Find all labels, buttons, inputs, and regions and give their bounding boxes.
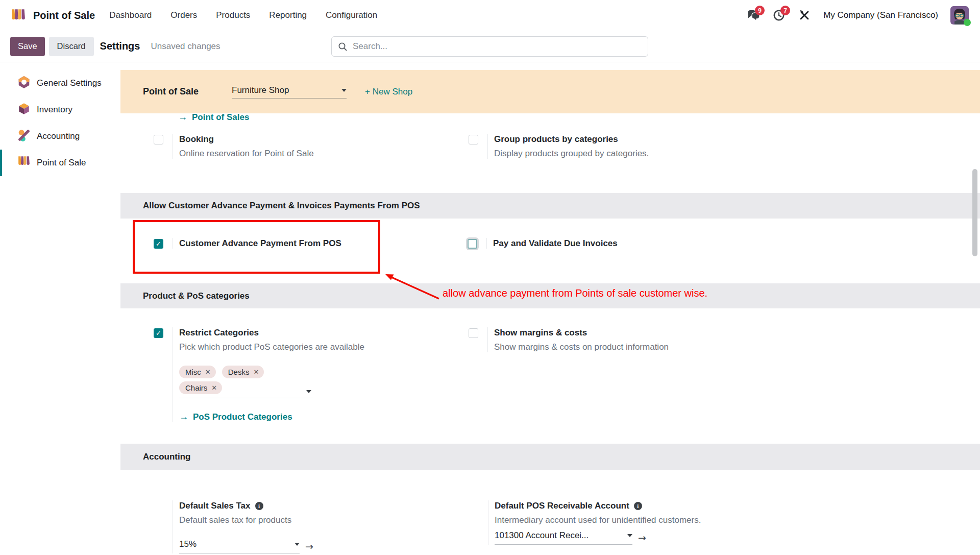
remove-tag-icon[interactable]: ✕ xyxy=(253,368,259,376)
new-shop-link[interactable]: + New Shop xyxy=(365,87,412,97)
sidebar-item-label: General Settings xyxy=(37,78,102,88)
chevron-down-icon xyxy=(295,543,300,546)
setting-restrict-categories: Restrict Categories Pick which product P… xyxy=(154,327,364,422)
shop-selector-band: Point of Sale Furniture Shop + New Shop xyxy=(120,70,980,113)
advance-payment-checkbox[interactable] xyxy=(154,239,163,249)
menu-dashboard[interactable]: Dashboard xyxy=(109,10,152,20)
setting-default-sales-tax: Default Sales Tax i Default sales tax fo… xyxy=(173,500,313,553)
pos-product-categories-link[interactable]: → PoS Product Categories xyxy=(179,412,364,422)
point-of-sales-link[interactable]: → Point of Sales xyxy=(178,112,249,123)
search-icon xyxy=(338,42,347,51)
general-settings-icon xyxy=(17,76,31,91)
pos-settings-page: Point of Sale Dashboard Orders Products … xyxy=(0,0,980,555)
point-of-sale-icon xyxy=(17,156,31,170)
show-margins-label: Show margins & costs xyxy=(494,327,669,338)
pay-due-invoices-checkbox[interactable] xyxy=(468,239,477,249)
online-status-dot xyxy=(964,19,971,26)
search-box xyxy=(331,36,648,57)
booking-label: Booking xyxy=(179,134,314,144)
pos-categories-tags-field[interactable]: Misc ✕ Desks ✕ Chairs ✕ xyxy=(179,366,313,398)
default-sales-tax-label: Default Sales Tax xyxy=(179,500,251,511)
setting-default-pos-receivable: Default POS Receivable Account i Interme… xyxy=(488,500,701,545)
main-menu: Dashboard Orders Products Reporting Conf… xyxy=(109,10,377,20)
default-pos-receivable-label: Default POS Receivable Account xyxy=(495,500,629,511)
default-sales-tax-select[interactable]: 15% xyxy=(179,539,300,553)
annotation-text: allow advance payment from Points of sal… xyxy=(443,287,707,299)
info-icon: i xyxy=(255,502,263,510)
default-sales-tax-value: 15% xyxy=(179,539,197,549)
sidebar-item-point-of-sale[interactable]: Point of Sale xyxy=(0,150,120,176)
remove-tag-icon[interactable]: ✕ xyxy=(205,368,211,376)
chevron-down-icon xyxy=(627,534,632,537)
tag-chairs: Chairs ✕ xyxy=(179,381,222,394)
selected-shop-name: Furniture Shop xyxy=(232,85,289,95)
open-record-arrow-icon[interactable]: → xyxy=(305,541,313,552)
sidebar-item-general-settings[interactable]: General Settings xyxy=(0,70,120,96)
setting-advance-payment: Customer Advance Payment From POS xyxy=(154,238,341,249)
tag-desks: Desks ✕ xyxy=(222,366,264,378)
setting-pay-due-invoices: Pay and Validate Due Invoices xyxy=(468,238,618,249)
remove-tag-icon[interactable]: ✕ xyxy=(211,384,217,392)
show-margins-checkbox[interactable] xyxy=(469,328,478,338)
restrict-categories-label: Restrict Categories xyxy=(179,327,364,338)
tools-icon[interactable] xyxy=(798,9,811,22)
sidebar-item-inventory[interactable]: Inventory xyxy=(0,96,120,123)
chevron-down-icon xyxy=(341,89,347,92)
show-margins-desc: Show margins & costs on product informat… xyxy=(494,342,669,352)
settings-content: Point of Sale Furniture Shop + New Shop … xyxy=(120,62,980,555)
default-pos-receivable-select[interactable]: 101300 Account Recei... xyxy=(495,530,632,545)
company-switcher[interactable]: My Company (San Francisco) xyxy=(823,10,938,20)
menu-orders[interactable]: Orders xyxy=(170,10,197,20)
activities-clock-icon[interactable]: 7 xyxy=(772,9,786,22)
setting-group-products: Group products by categories Display pro… xyxy=(469,134,649,159)
setting-booking: Booking Online reservation for Point of … xyxy=(154,134,314,159)
search-input[interactable] xyxy=(352,41,642,52)
shop-band-label: Point of Sale xyxy=(143,86,199,97)
pay-due-invoices-label: Pay and Validate Due Invoices xyxy=(493,238,618,249)
tag-misc: Misc ✕ xyxy=(179,366,216,378)
group-products-desc: Display products grouped by categories. xyxy=(494,148,649,159)
group-products-label: Group products by categories xyxy=(494,134,649,144)
settings-sidebar: General Settings Inventory Accounting xyxy=(0,62,120,555)
menu-configuration[interactable]: Configuration xyxy=(326,10,377,20)
sidebar-item-label: Inventory xyxy=(37,105,72,115)
setting-show-margins: Show margins & costs Show margins & cost… xyxy=(469,327,669,352)
pos-app-logo-icon[interactable] xyxy=(10,9,27,22)
messages-icon[interactable]: 9 xyxy=(747,9,760,22)
default-pos-receivable-desc: Intermediary account used for unidentifi… xyxy=(495,515,701,525)
activities-badge: 7 xyxy=(780,6,790,15)
shop-select-dropdown[interactable]: Furniture Shop xyxy=(232,85,347,99)
section-accounting: Accounting xyxy=(120,444,980,470)
info-icon: i xyxy=(634,502,642,510)
internal-link-arrow-icon: → xyxy=(179,412,188,422)
default-sales-tax-desc: Default sales tax for products xyxy=(179,515,313,525)
top-navbar: Point of Sale Dashboard Orders Products … xyxy=(0,0,980,31)
unsaved-changes-status: Unsaved changes xyxy=(151,41,220,52)
page-title: Settings xyxy=(100,40,140,52)
restrict-categories-checkbox[interactable] xyxy=(154,328,163,338)
chevron-down-icon[interactable] xyxy=(306,390,311,393)
sidebar-item-accounting[interactable]: Accounting xyxy=(0,123,120,150)
group-products-checkbox[interactable] xyxy=(469,135,478,144)
accounting-icon xyxy=(17,129,31,144)
app-name[interactable]: Point of Sale xyxy=(33,10,95,21)
open-record-arrow-icon[interactable]: → xyxy=(638,532,646,543)
booking-desc: Online reservation for Point of Sale xyxy=(179,148,314,159)
vertical-scrollbar-thumb[interactable] xyxy=(972,169,977,256)
control-panel: Save Discard Settings Unsaved changes xyxy=(0,31,980,62)
internal-link-arrow-icon: → xyxy=(178,112,187,123)
discard-button[interactable]: Discard xyxy=(49,37,94,56)
menu-reporting[interactable]: Reporting xyxy=(269,10,307,20)
booking-checkbox[interactable] xyxy=(154,135,163,144)
menu-products[interactable]: Products xyxy=(216,10,250,20)
sidebar-item-label: Point of Sale xyxy=(37,158,86,168)
user-avatar[interactable] xyxy=(950,6,969,25)
restrict-categories-desc: Pick which product PoS categories are av… xyxy=(179,342,364,352)
save-button[interactable]: Save xyxy=(10,37,45,56)
section-advance-payment: Allow Customer Advance Payment & Invoice… xyxy=(120,193,980,219)
navbar-right: 9 7 My Company (San Francisco) xyxy=(747,6,969,25)
messages-badge: 9 xyxy=(755,6,765,15)
inventory-icon xyxy=(17,102,31,118)
advance-payment-label: Customer Advance Payment From POS xyxy=(179,238,341,249)
sidebar-item-label: Accounting xyxy=(37,131,80,141)
